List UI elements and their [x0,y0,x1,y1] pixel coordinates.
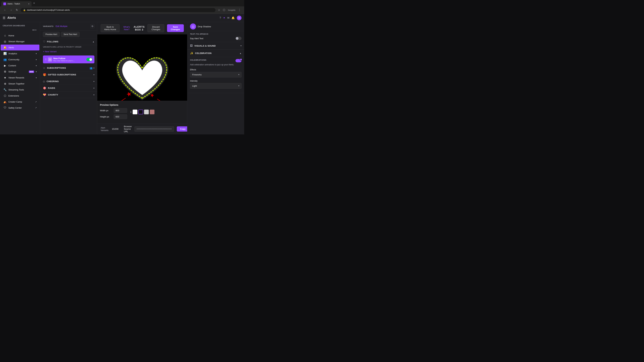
edit-multiple-button[interactable]: Edit Multiple [56,25,68,27]
send-test-alert-button[interactable]: Send Test Alert [61,32,80,37]
sidebar-item-community[interactable]: 👥 Community ▾ [1,57,40,62]
variant-item-1[interactable]: ⠿ 1 New Follow Any new follow to your c.… [43,55,94,63]
preview-info-icon[interactable]: ℹ [130,111,131,113]
charity-chevron: ▾ [94,94,94,96]
save-changes-button[interactable]: Save Changes [167,24,184,32]
safety-center-external-icon: ↗ [35,107,37,109]
help-icon[interactable]: ? [220,16,221,19]
home-icon: ⌂ [3,34,7,37]
color-swatch-black[interactable] [138,110,143,114]
whats-new-button[interactable]: What's New? [122,26,131,31]
notification-icon[interactable]: 🔔 [232,16,235,19]
discard-changes-button[interactable]: Discard Changes [148,24,164,32]
color-swatch-mauve[interactable] [150,110,154,114]
nav-actions: ☆ ⬡ Incognito ⋮ [217,8,242,12]
gifted-subscriptions-section[interactable]: 🎁 GIFTED SUBSCRIPTIONS ▾ [40,71,97,78]
visuals-sound-icon: 🖼 [190,44,193,47]
community-chevron: ▾ [36,58,37,61]
tab-title: Alerts - Twitch [8,3,20,5]
height-row: Height px [100,114,127,119]
visuals-sound-header[interactable]: 🖼 VISUALS & SOUND ▾ [187,42,244,49]
copy-url-button[interactable]: Copy [177,126,187,132]
sidebar-item-label-creator-camp: Creator Camp [8,100,33,103]
app-menu-button[interactable]: ☰ [3,16,5,20]
sidebar-item-label-stream-together: Stream Together [8,82,37,85]
color-swatch-white[interactable] [133,110,137,114]
sidebar-item-stream-manager[interactable]: ◎ Stream Manager [1,38,40,44]
sidebar-item-label-content: Content [8,64,34,67]
sidebar-item-settings[interactable]: ⚙ Settings NEW ▾ [1,69,40,75]
drop-shadow-icon: ◫ [192,25,194,28]
drop-shadow-item: ◫ Drop Shadow [187,22,244,31]
viewer-rewards-chevron: ▾ [36,77,37,79]
new-variant-button[interactable]: + New Variant [40,49,97,54]
effects-field: Effects Fireworks ▾ [190,68,242,77]
app-bar-right: ? ✦ ✉ 🔔 M [220,15,242,20]
sidebar-item-extensions[interactable]: ⬡ Extensions [1,93,40,99]
menu-button[interactable]: ⋮ [238,8,242,12]
magic-icon[interactable]: ✦ [223,16,225,19]
intensity-value: Light [192,85,197,87]
tts-toggle[interactable] [236,37,242,40]
user-avatar[interactable]: M [237,15,242,20]
sidebar-item-stream-together[interactable]: ⊕ Stream Together [1,81,40,87]
incognito-button[interactable]: Incognito [227,8,236,12]
celebration-header[interactable]: ✨ CELEBRATION ▲ [187,50,244,57]
sidebar-item-content[interactable]: ▶ Content ▾ [1,63,40,68]
subscriptions-section[interactable]: ☆ SUBSCRIPTIONS 👥 ▾ [40,65,97,71]
alert-variants-label: Alert Variants [100,126,108,132]
copy-variants-button[interactable]: ⧉ [90,24,94,28]
preview-alert-button[interactable]: Preview Alert [43,32,60,37]
color-swatch-light-gray[interactable] [144,110,149,114]
back-to-alerts-button[interactable]: Back to Alerts Home [100,24,120,32]
sidebar-item-analytics[interactable]: 📊 Analytics ▾ [1,51,40,56]
cheering-icon: ◇ [43,80,45,83]
sidebar-item-label-extensions: Extensions [8,94,37,97]
sidebar-item-collapse[interactable]: ⟵ [1,27,40,32]
celebration-section: ✨ CELEBRATION ▲ CELEBRATIONS ↻ Add celeb… [187,50,244,93]
sidebar-section-label: CREATOR DASHBOARD [0,23,40,27]
extensions-button[interactable]: ⬡ [222,8,226,12]
sidebar-item-alerts[interactable]: 🔔 Alerts [1,44,40,50]
mail-icon[interactable]: ✉ [227,16,230,19]
height-input[interactable] [114,114,127,119]
active-tab[interactable]: Alerts - Twitch × [1,1,32,6]
app-bar: ☰ Alerts ? ✦ ✉ 🔔 M [0,14,244,22]
alert-preview-graphic [104,50,181,108]
stream-together-icon: ⊕ [3,82,7,85]
charity-section[interactable]: 💝 CHARITY ▾ [40,91,97,98]
raids-section[interactable]: 🎯 RAIDS ▾ [40,85,97,91]
alert-actions: Preview Alert Send Test Alert [40,30,97,38]
nav-refresh-button[interactable]: ↻ [15,8,19,12]
new-tab-button[interactable]: + [32,1,36,5]
creator-camp-icon: ⛺ [3,100,7,103]
sidebar-item-creator-camp[interactable]: ⛺ Creator Camp ↗ [1,99,40,105]
star-button[interactable]: ☆ [217,8,221,12]
bottom-bar: Alert Variants 15/200 Browser Source URL… [97,123,187,134]
visuals-sound-section: 🖼 VISUALS & SOUND ▾ [187,42,244,50]
nav-forward-button[interactable]: → [9,8,14,12]
alerts-box-title: ALERTS BOX 3 [134,25,145,31]
variant-toggle[interactable] [86,58,92,61]
sidebar-item-home[interactable]: ⌂ Home [1,33,40,38]
sidebar-item-safety-center[interactable]: 🛡 Safety Center ↗ [1,105,40,111]
drop-shadow-circle: ◫ [190,23,196,29]
subscriptions-chevron: ▾ [94,67,94,69]
streaming-tools-icon: 🔧 [3,88,7,91]
follows-section[interactable]: ♡ FOLLOWS ▲ [40,38,97,45]
sidebar-item-viewer-rewards[interactable]: ★ Viewer Rewards ▾ [1,75,40,81]
effects-select[interactable]: Fireworks ▾ [190,72,242,77]
cheering-section[interactable]: ◇ CHEERING ▾ [40,78,97,85]
nav-back-button[interactable]: ← [3,8,8,12]
extensions-icon: ⬡ [3,94,7,97]
sidebar-item-streaming-tools[interactable]: 🔧 Streaming Tools [1,87,40,93]
intensity-select[interactable]: Light ▾ [190,83,242,89]
tab-close[interactable]: × [28,2,30,5]
url-bar[interactable]: 🔒 dashboard.twitch.tv/u/moodjoy071/strea… [20,8,216,12]
width-input[interactable] [114,108,127,113]
subscriptions-add-icon: 👥 [90,67,92,69]
tts-say-alert-label: Say Alert Text [190,37,203,40]
sidebar-item-label-stream-manager: Stream Manager [8,40,37,43]
celebrations-toggle[interactable]: ↻ [236,59,242,62]
viewer-rewards-icon: ★ [3,76,7,79]
